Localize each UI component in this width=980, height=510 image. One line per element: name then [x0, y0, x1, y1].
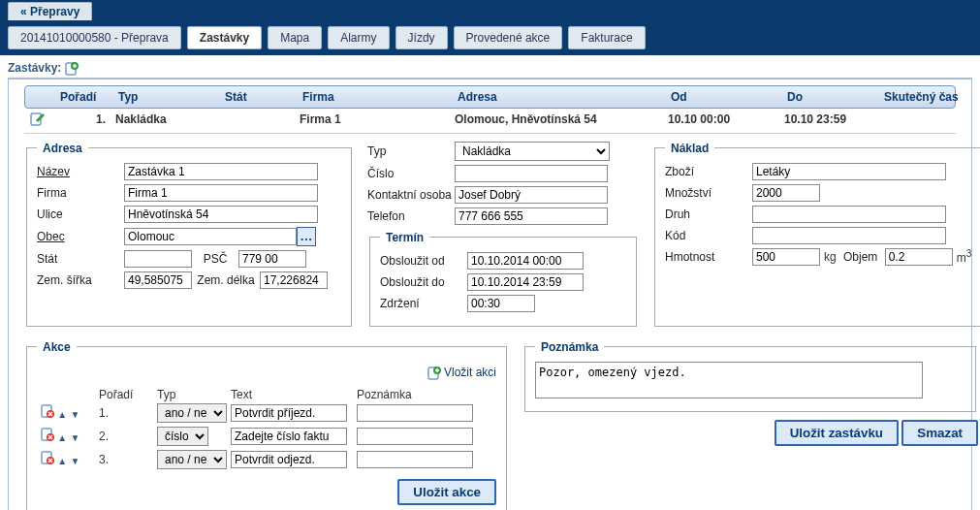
cell-skutecny	[881, 112, 980, 129]
obslouzit-od-label: Obsloužit od	[380, 254, 467, 268]
save-stop-button[interactable]: Uložit zastávku	[775, 420, 899, 446]
move-down-icon[interactable]: ▼	[71, 409, 80, 420]
tab-4[interactable]: Jízdy	[395, 26, 448, 49]
akce-header: Pořadí Typ Text Poznámka	[37, 388, 496, 401]
nazev-label: Název	[37, 165, 124, 178]
obslouzit-do-input[interactable]	[467, 273, 584, 291]
cell-poradi: 1.	[57, 112, 115, 129]
col-poradi[interactable]: Pořadí	[58, 90, 116, 104]
tab-5[interactable]: Provedené akce	[454, 26, 563, 49]
objem-input[interactable]	[885, 248, 953, 266]
poznamka-fieldset: Poznámka	[524, 340, 976, 412]
stat-label: Stát	[37, 252, 124, 266]
move-down-icon[interactable]: ▼	[71, 432, 80, 443]
firma-label: Firma	[37, 186, 124, 200]
col-stat[interactable]: Stát	[223, 90, 300, 104]
cislo-input[interactable]	[455, 165, 608, 182]
akce-text-input[interactable]	[231, 451, 347, 468]
sirka-label: Zem. šířka	[37, 273, 124, 287]
akce-poradi: 2.	[99, 430, 157, 443]
kod-input[interactable]	[752, 227, 946, 244]
akce-legend: Akce	[37, 340, 77, 354]
delete-akce-icon[interactable]	[41, 451, 54, 464]
cislo-label: Číslo	[367, 167, 455, 180]
ulice-input[interactable]	[124, 206, 318, 223]
zbozi-input[interactable]	[752, 163, 946, 180]
delka-input[interactable]	[260, 271, 328, 289]
akce-text-input[interactable]	[231, 428, 347, 445]
col-adresa[interactable]: Adresa	[456, 90, 669, 104]
tabs-bar: 20141010000580 - PřepravaZastávkyMapaAla…	[0, 20, 980, 55]
akce-col-pozn: Poznámka	[357, 388, 483, 401]
address-fieldset: Adresa Název Firma Ulice Obec … Stát PSČ…	[26, 142, 352, 327]
akce-row: ▲ ▼2.číslo	[37, 425, 496, 448]
delete-akce-icon[interactable]	[41, 404, 54, 418]
tab-2[interactable]: Mapa	[268, 26, 322, 49]
tab-6[interactable]: Fakturace	[568, 26, 645, 49]
poznamka-textarea[interactable]	[535, 362, 923, 398]
typ-select[interactable]: Nakládka	[455, 142, 610, 161]
tab-1[interactable]: Zastávky	[187, 26, 262, 49]
druh-input[interactable]	[752, 206, 946, 223]
sirka-input[interactable]	[124, 271, 192, 289]
telefon-input[interactable]	[455, 207, 608, 225]
add-akce-button[interactable]: Vložit akci	[444, 366, 496, 379]
zbozi-label: Zboží	[665, 165, 752, 178]
move-up-icon[interactable]: ▲	[57, 409, 67, 420]
tab-0[interactable]: 20141010000580 - Přeprava	[8, 26, 181, 49]
table-row[interactable]: 1. Nakládka Firma 1 Olomouc, Hněvotínská…	[24, 109, 956, 134]
objem-label: Objem	[837, 250, 885, 264]
cell-do: 10.10 23:59	[784, 112, 881, 129]
kontakt-input[interactable]	[455, 186, 608, 204]
zdrzeni-label: Zdržení	[380, 297, 467, 310]
col-typ[interactable]: Typ	[116, 90, 223, 104]
akce-typ-select[interactable]: číslo	[157, 427, 208, 446]
obec-lookup-button[interactable]: …	[297, 227, 316, 246]
obec-input[interactable]	[124, 228, 297, 245]
new-stop-icon[interactable]	[65, 62, 79, 76]
psc-input[interactable]	[238, 250, 306, 268]
back-crumb[interactable]: « Přepravy	[8, 2, 92, 20]
obec-label: Obec	[37, 230, 124, 243]
cell-firma: Firma 1	[300, 112, 455, 129]
akce-pozn-input[interactable]	[357, 404, 473, 422]
naklad-fieldset: Náklad Zboží Množství Druh Kód Hmotnost …	[654, 142, 980, 327]
akce-col-poradi: Pořadí	[99, 388, 157, 401]
save-akce-button[interactable]: Uložit akce	[397, 479, 496, 505]
col-do[interactable]: Do	[785, 90, 882, 104]
termin-legend: Termín	[380, 231, 429, 244]
col-firma[interactable]: Firma	[300, 90, 456, 104]
telefon-label: Telefon	[367, 209, 455, 223]
add-akce-icon[interactable]	[427, 367, 441, 380]
delete-stop-button[interactable]: Smazat	[901, 420, 978, 446]
akce-typ-select[interactable]: ano / ne	[157, 403, 227, 423]
firma-input[interactable]	[124, 184, 318, 202]
cell-stat	[222, 112, 300, 129]
akce-pozn-input[interactable]	[357, 451, 473, 468]
subheader-label: Zastávky:	[8, 61, 61, 75]
nazev-input[interactable]	[124, 163, 318, 180]
cell-typ: Nakládka	[115, 112, 222, 129]
hmotnost-unit: kg	[824, 250, 837, 264]
obslouzit-do-label: Obsloužit do	[380, 275, 467, 289]
psc-label: PSČ	[192, 252, 238, 266]
stat-input[interactable]	[124, 250, 192, 268]
delete-akce-icon[interactable]	[41, 428, 54, 441]
col-skutecny[interactable]: Skutečný čas	[882, 90, 980, 104]
zdrzeni-input[interactable]	[467, 295, 535, 312]
delka-label: Zem. délka	[192, 273, 260, 287]
move-up-icon[interactable]: ▲	[57, 456, 67, 466]
tab-3[interactable]: Alarmy	[328, 26, 389, 49]
move-down-icon[interactable]: ▼	[71, 456, 80, 466]
akce-text-input[interactable]	[231, 404, 347, 422]
akce-row: ▲ ▼3.ano / ne	[37, 448, 496, 471]
move-up-icon[interactable]: ▲	[57, 432, 67, 443]
akce-pozn-input[interactable]	[357, 428, 473, 445]
akce-fieldset: Akce Vložit akci Pořadí Typ Text Poznámk…	[26, 340, 507, 510]
obslouzit-od-input[interactable]	[467, 252, 584, 270]
akce-typ-select[interactable]: ano / ne	[157, 450, 227, 469]
edit-row-icon[interactable]	[30, 112, 46, 126]
mnozstvi-input[interactable]	[752, 184, 820, 202]
col-od[interactable]: Od	[669, 90, 785, 104]
hmotnost-input[interactable]	[752, 248, 820, 266]
